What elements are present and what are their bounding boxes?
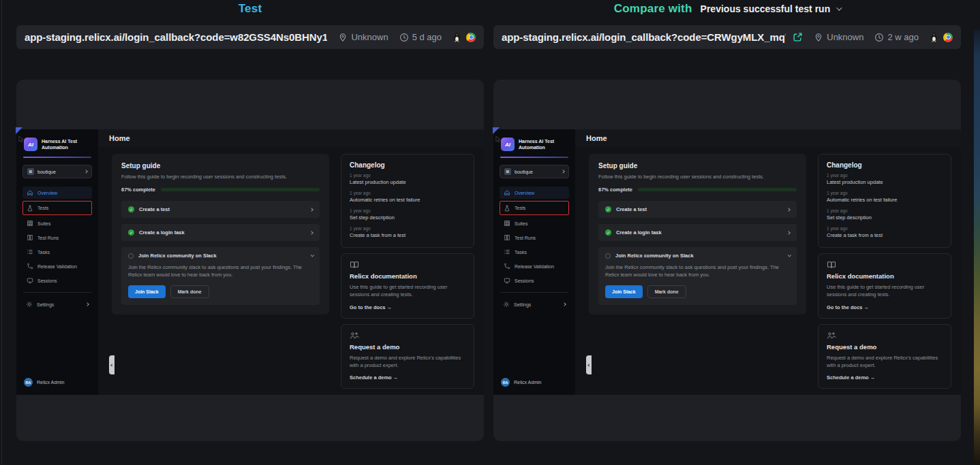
sidebar-item-sessions[interactable]: Sessions xyxy=(22,274,92,287)
test-panel: Test app-staging.relicx.ai/login_callbac… xyxy=(16,0,484,465)
setup-item-create-test[interactable]: ✓ Create a test xyxy=(121,201,320,218)
sidebar-item-overview[interactable]: Overview xyxy=(500,187,569,199)
location-meta: Unknown xyxy=(338,32,388,42)
join-slack-description: Join the Relicx community slack to ask q… xyxy=(128,263,313,279)
changelog-card: Changelog 1 year agoLatest production up… xyxy=(341,154,474,248)
app-header: Home xyxy=(98,129,484,147)
flask-icon xyxy=(27,205,33,212)
sidebar-item-test-runs[interactable]: Test Runs xyxy=(22,231,92,244)
clock-icon xyxy=(874,33,884,42)
url-text: app-staging.relicx.ai/login_callback?cod… xyxy=(25,31,327,43)
changelog-entry-title: Automatic retries on test failure xyxy=(827,197,943,203)
project-selector[interactable]: B boutique xyxy=(500,165,569,178)
sidebar-item-suites[interactable]: Suites xyxy=(22,217,92,229)
setup-item-join-slack: Join Relicx community on Slack Join the … xyxy=(598,247,797,305)
project-selector[interactable]: B boutique xyxy=(22,165,92,178)
chevron-left-icon xyxy=(110,364,113,366)
sidebar-item-settings[interactable]: Settings xyxy=(500,298,569,310)
location-label: Unknown xyxy=(351,32,388,42)
sidebar-collapse-handle[interactable] xyxy=(586,355,592,374)
location-meta: Unknown xyxy=(814,32,863,42)
app-content: Setup guide Follow this guide to begin r… xyxy=(98,147,484,395)
sidebar-item-tasks[interactable]: Tasks xyxy=(22,246,92,258)
join-slack-header[interactable]: Join Relicx community on Slack xyxy=(605,253,790,259)
sidebar-collapse-handle[interactable] xyxy=(109,355,114,374)
age-meta: 5 d ago xyxy=(399,32,442,42)
sidebar-item-test-runs[interactable]: Test Runs xyxy=(500,231,569,244)
compare-run-selector[interactable]: Previous successful test run xyxy=(701,3,841,14)
sidebar-item-tests[interactable]: Tests xyxy=(500,201,569,215)
go-to-docs-link[interactable]: Go to the docs → xyxy=(350,304,465,310)
sidebar-item-label: Suites xyxy=(37,221,50,226)
age-label: 2 w ago xyxy=(887,32,919,42)
documentation-card: Relicx documentation Use this guide to g… xyxy=(341,253,474,319)
unchecked-circle-icon xyxy=(128,253,134,259)
sidebar-item-label: Release Validation xyxy=(515,264,554,269)
check-circle-icon: ✓ xyxy=(605,229,611,236)
changelog-time: 1 year ago xyxy=(827,173,943,178)
sidebar-item-tasks[interactable]: Tasks xyxy=(500,246,569,258)
mark-done-button[interactable]: Mark done xyxy=(647,285,686,298)
brand-divider xyxy=(23,157,91,158)
left-divider xyxy=(1,0,2,465)
documentation-title: Relicx documentation xyxy=(827,272,943,280)
linux-icon xyxy=(453,32,461,42)
sidebar-item-sessions[interactable]: Sessions xyxy=(500,274,569,287)
changelog-time: 1 year ago xyxy=(350,208,465,213)
changelog-entry: 1 year agoAutomatic retries on test fail… xyxy=(350,191,465,203)
sidebar-item-tests[interactable]: Tests xyxy=(22,201,92,215)
schedule-demo-link[interactable]: Schedule a demo → xyxy=(350,374,465,381)
check-circle-icon: ✓ xyxy=(128,229,134,236)
join-slack-button[interactable]: Join Slack xyxy=(128,285,166,298)
setup-item-create-test[interactable]: ✓ Create a test xyxy=(598,201,797,218)
sidebar-item-release-validation[interactable]: Release Validation xyxy=(22,260,92,272)
user-menu[interactable]: RA Relicx Admin xyxy=(500,376,569,388)
chevron-left-icon xyxy=(587,364,590,366)
sidebar-item-label: Sessions xyxy=(515,278,534,283)
settings-label: Settings xyxy=(37,302,82,307)
linux-icon xyxy=(930,32,938,42)
chevron-down-icon xyxy=(788,253,792,257)
join-slack-button[interactable]: Join Slack xyxy=(605,285,643,298)
changelog-entry: 1 year agoLatest production update xyxy=(350,173,465,185)
compare-run-selector-label: Previous successful test run xyxy=(701,3,831,14)
project-name: boutique xyxy=(515,170,558,174)
compare-view: Test app-staging.relicx.ai/login_callbac… xyxy=(0,0,980,465)
url-bar[interactable]: app-staging.relicx.ai/login_callback?cod… xyxy=(493,25,961,49)
demo-card: Request a demo Request a demo and explor… xyxy=(341,324,474,389)
sidebar-item-settings[interactable]: Settings xyxy=(22,298,92,310)
chevron-down-icon xyxy=(311,253,315,257)
chevron-right-icon xyxy=(562,302,566,306)
cursor-icon xyxy=(495,133,502,141)
schedule-demo-link[interactable]: Schedule a demo → xyxy=(827,374,943,381)
changelog-entry-title: Set step description xyxy=(350,214,465,221)
go-to-docs-link[interactable]: Go to the docs → xyxy=(827,304,943,310)
age-meta: 2 w ago xyxy=(874,32,919,42)
sidebar-item-release-validation[interactable]: Release Validation xyxy=(500,260,569,272)
sidebar-item-label: Tests xyxy=(515,206,525,210)
user-menu[interactable]: RA Relicx Admin xyxy=(22,376,92,388)
avatar: RA xyxy=(24,378,33,387)
setup-item-create-login-task[interactable]: ✓ Create a login task xyxy=(121,224,320,241)
setup-guide-title: Setup guide xyxy=(121,162,320,170)
brand: AI Harness AI Test Automation xyxy=(500,136,569,157)
branch-icon xyxy=(504,263,510,270)
check-circle-icon: ✓ xyxy=(605,206,611,212)
setup-item-create-login-task[interactable]: ✓ Create a login task xyxy=(598,224,797,241)
list-icon xyxy=(504,248,510,255)
changelog-entry-title: Latest production update xyxy=(350,179,465,185)
panel-header: Test xyxy=(16,0,484,16)
check-circle-icon: ✓ xyxy=(128,206,134,212)
demo-title: Request a demo xyxy=(350,343,465,351)
sidebar-item-overview[interactable]: Overview xyxy=(22,187,92,199)
home-icon xyxy=(27,189,33,196)
join-slack-header[interactable]: Join Relicx community on Slack xyxy=(128,253,313,259)
external-link-icon[interactable] xyxy=(793,32,803,42)
sidebar-item-suites[interactable]: Suites xyxy=(500,217,569,229)
progress-label: 67% complete xyxy=(121,187,155,193)
app-sidebar: AI Harness AI Test Automation B boutique… xyxy=(493,129,575,395)
gear-icon xyxy=(503,301,510,308)
mark-done-button[interactable]: Mark done xyxy=(170,285,209,298)
url-bar[interactable]: app-staging.relicx.ai/login_callback?cod… xyxy=(16,25,484,49)
changelog-list: 1 year agoLatest production update1 year… xyxy=(350,173,465,238)
